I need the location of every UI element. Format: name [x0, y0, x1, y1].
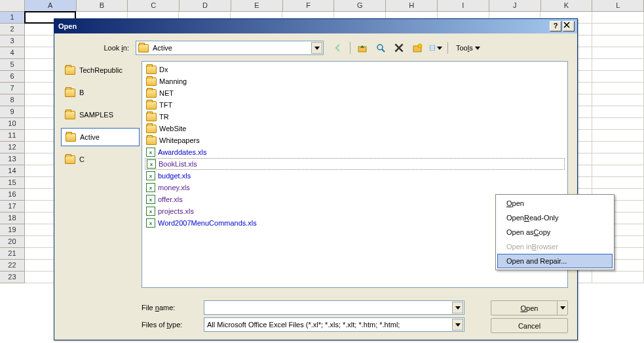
row-header-4[interactable]: 4: [0, 47, 25, 59]
row-header-12[interactable]: 12: [0, 142, 25, 153]
dialog-titlebar[interactable]: Open ?: [54, 19, 577, 33]
row-header-16[interactable]: 16: [0, 189, 25, 201]
close-button[interactable]: [563, 21, 575, 31]
svg-point-1: [377, 45, 383, 50]
folder-icon: [146, 77, 157, 86]
cell-L4[interactable]: [592, 47, 644, 59]
cell-L2[interactable]: [592, 24, 644, 35]
column-header-L[interactable]: L: [592, 0, 644, 11]
column-header-F[interactable]: F: [283, 0, 335, 11]
file-item[interactable]: TFT: [145, 99, 565, 111]
row-header-23[interactable]: 23: [0, 272, 25, 283]
select-all-corner[interactable]: [0, 0, 25, 11]
filename-dropdown-button[interactable]: [452, 302, 463, 313]
delete-button[interactable]: [392, 41, 406, 54]
file-item[interactable]: xAwarddates.xls: [145, 146, 565, 158]
row-header-5[interactable]: 5: [0, 59, 25, 71]
row-header-7[interactable]: 7: [0, 83, 25, 94]
place-item-b[interactable]: B: [61, 83, 140, 102]
open-dropdown-button[interactable]: [557, 301, 567, 315]
row-header-10[interactable]: 10: [0, 118, 25, 130]
chevron-down-icon: [455, 323, 461, 327]
file-item[interactable]: NET: [145, 87, 565, 99]
place-label: Active: [80, 133, 100, 141]
row-header-14[interactable]: 14: [0, 165, 25, 177]
row-header-17[interactable]: 17: [0, 201, 25, 212]
folder-icon: [146, 66, 157, 74]
cell-L15[interactable]: [592, 177, 644, 189]
filename-label: File name:: [142, 304, 197, 312]
cell-L10[interactable]: [592, 118, 644, 130]
file-item[interactable]: TR: [145, 111, 565, 123]
column-header-I[interactable]: I: [438, 0, 489, 11]
column-header-D[interactable]: D: [180, 0, 231, 11]
cell-L6[interactable]: [592, 71, 644, 83]
cell-L14[interactable]: [592, 165, 644, 177]
cell-L8[interactable]: [592, 94, 644, 106]
row-header-18[interactable]: 18: [0, 212, 25, 224]
column-header-J[interactable]: J: [489, 0, 541, 11]
cell-L1[interactable]: [592, 12, 644, 24]
open-split-button[interactable]: Open: [491, 300, 568, 315]
context-menu-item[interactable]: Open Read-Only: [497, 211, 613, 225]
column-header-H[interactable]: H: [386, 0, 438, 11]
cell-L13[interactable]: [592, 153, 644, 165]
place-item-active[interactable]: Active: [61, 128, 140, 146]
row-header-1[interactable]: 1: [0, 12, 25, 24]
cell-L7[interactable]: [592, 83, 644, 94]
file-item[interactable]: Dx: [145, 64, 565, 75]
cell-L11[interactable]: [592, 130, 644, 142]
context-menu-item[interactable]: Open as Copy: [497, 225, 613, 239]
search-web-button[interactable]: [374, 41, 387, 54]
folder-icon: [138, 44, 149, 52]
file-item[interactable]: xbudget.xls: [145, 170, 565, 182]
help-button[interactable]: ?: [550, 21, 561, 31]
row-header-8[interactable]: 8: [0, 94, 25, 106]
file-item[interactable]: xBookList.xls: [145, 158, 565, 170]
views-button[interactable]: [429, 41, 442, 54]
row-header-15[interactable]: 15: [0, 177, 25, 189]
filetype-combo[interactable]: All Microsoft Office Excel Files (*.xl*;…: [204, 317, 464, 332]
place-item-samples[interactable]: SAMPLES: [61, 106, 140, 124]
file-name: money.xls: [158, 184, 190, 192]
file-item[interactable]: xmoney.xls: [145, 182, 565, 193]
cell-L23[interactable]: [592, 272, 644, 283]
file-item[interactable]: Whitepapers: [145, 134, 565, 146]
row-header-2[interactable]: 2: [0, 24, 25, 35]
open-context-menu: OpenOpen Read-OnlyOpen as CopyOpen in Br…: [495, 194, 615, 270]
column-header-A[interactable]: A: [25, 0, 77, 11]
row-header-6[interactable]: 6: [0, 71, 25, 83]
row-header-11[interactable]: 11: [0, 130, 25, 142]
cell-L12[interactable]: [592, 142, 644, 153]
column-header-E[interactable]: E: [231, 0, 283, 11]
filename-combo[interactable]: [204, 300, 464, 315]
cancel-button[interactable]: Cancel: [491, 318, 568, 333]
row-header-19[interactable]: 19: [0, 224, 25, 236]
new-folder-button[interactable]: [411, 41, 424, 54]
file-item[interactable]: WebSite: [145, 123, 565, 134]
place-item-techrepublic[interactable]: TechRepublic: [61, 61, 140, 79]
row-header-21[interactable]: 21: [0, 248, 25, 260]
row-header-13[interactable]: 13: [0, 153, 25, 165]
lookin-combo[interactable]: Active: [136, 41, 324, 55]
lookin-dropdown-button[interactable]: [311, 42, 322, 54]
tools-menu-button[interactable]: Tools: [453, 43, 483, 53]
row-header-20[interactable]: 20: [0, 236, 25, 248]
cell-L3[interactable]: [592, 35, 644, 47]
cell-L9[interactable]: [592, 106, 644, 118]
column-header-C[interactable]: C: [128, 0, 180, 11]
context-menu-item[interactable]: Open: [497, 196, 613, 211]
context-menu-item[interactable]: Open and Repair...: [497, 254, 613, 268]
filetype-dropdown-button[interactable]: [452, 319, 463, 331]
place-item-c[interactable]: C: [61, 150, 140, 169]
column-header-K[interactable]: K: [541, 0, 593, 11]
row-header-22[interactable]: 22: [0, 260, 25, 272]
folder-icon: [146, 113, 157, 121]
row-header-3[interactable]: 3: [0, 35, 25, 47]
row-header-9[interactable]: 9: [0, 106, 25, 118]
file-item[interactable]: Manning: [145, 75, 565, 87]
cell-L5[interactable]: [592, 59, 644, 71]
up-one-level-button[interactable]: [356, 41, 369, 54]
column-header-B[interactable]: B: [77, 0, 128, 11]
column-header-G[interactable]: G: [334, 0, 386, 11]
